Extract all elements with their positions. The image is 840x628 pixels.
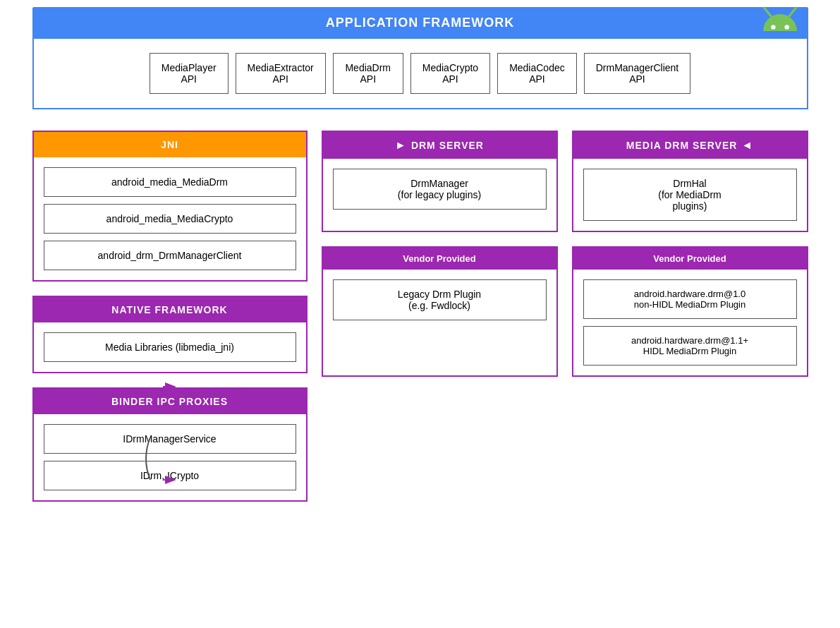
svg-point-3 xyxy=(784,25,789,29)
api-box-mediacrypto: MediaCryptoAPI xyxy=(410,53,490,94)
media-drm-server-label: MEDIA DRM SERVER xyxy=(626,140,738,151)
svg-line-1 xyxy=(789,8,796,17)
drm-server-item-1: DrmManager (for legacy plugins) xyxy=(333,169,547,210)
vendor-left-body: Legacy Drm Plugin (e.g. Fwdlock) xyxy=(323,270,556,330)
vendor-right-item-1: android.hardware.drm@1.0 non-HIDL MediaD… xyxy=(583,279,797,319)
binder-ipc-body: IDrmManagerService IDrm, ICrypto xyxy=(34,414,306,500)
binder-ipc-item-1: IDrmManagerService xyxy=(44,424,296,454)
vendor-left-item-1: Legacy Drm Plugin (e.g. Fwdlock) xyxy=(333,279,547,320)
jni-body: android_media_MediaDrm android_media_Med… xyxy=(34,157,306,280)
app-framework-body: MediaPlayerAPI MediaExtractorAPI MediaDr… xyxy=(32,39,808,109)
bottom-right-row: Vendor Provided Legacy Drm Plugin (e.g. … xyxy=(322,246,808,377)
jni-section: JNI android_media_MediaDrm android_media… xyxy=(32,131,308,282)
binder-ipc-item-2: IDrm, ICrypto xyxy=(44,461,296,490)
api-box-drmmanagerclient: DrmManagerClientAPI xyxy=(584,53,690,94)
top-right-row: ► DRM SERVER DrmManager (for legacy plug… xyxy=(322,131,808,232)
jni-item-3: android_drm_DrmManagerClient xyxy=(44,241,296,270)
api-box-mediadrm: MediaDrmAPI xyxy=(333,53,403,94)
vendor-left-section: Vendor Provided Legacy Drm Plugin (e.g. … xyxy=(322,246,558,377)
native-framework-section: NATIVE FRAMEWORK Media Libraries (libmed… xyxy=(32,296,308,373)
media-drm-server-section: MEDIA DRM SERVER ◄ DrmHal (for MediaDrm … xyxy=(572,131,808,232)
api-box-mediacodec: MediaCodecAPI xyxy=(497,53,577,94)
app-framework-header: APPLICATION FRAMEWORK xyxy=(32,7,808,39)
svg-point-2 xyxy=(771,25,775,29)
vendor-right-header: Vendor Provided xyxy=(573,248,807,270)
drm-server-label: DRM SERVER xyxy=(411,140,484,151)
drm-server-header: ► DRM SERVER xyxy=(323,132,556,159)
jni-item-2: android_media_MediaCrypto xyxy=(44,204,296,234)
app-framework-section: APPLICATION FRAMEWORK MediaPlayerAPI Med… xyxy=(32,7,808,109)
drm-server-body: DrmManager (for legacy plugins) xyxy=(323,159,556,219)
media-drm-server-body: DrmHal (for MediaDrm plugins) xyxy=(573,159,807,231)
main-content: JNI android_media_MediaDrm android_media… xyxy=(32,131,808,502)
drm-server-section: ► DRM SERVER DrmManager (for legacy plug… xyxy=(322,131,558,232)
api-box-mediaextractor: MediaExtractorAPI xyxy=(236,53,326,94)
right-sections: ► DRM SERVER DrmManager (for legacy plug… xyxy=(322,131,808,502)
native-framework-body: Media Libraries (libmedia_jni) xyxy=(34,322,306,372)
vendor-right-section: Vendor Provided android.hardware.drm@1.0… xyxy=(572,246,808,377)
native-framework-item-1: Media Libraries (libmedia_jni) xyxy=(44,332,296,362)
vendor-right-body: android.hardware.drm@1.0 non-HIDL MediaD… xyxy=(573,270,807,375)
binder-ipc-header: BINDER IPC PROXIES xyxy=(34,389,306,414)
jni-header: JNI xyxy=(34,132,306,157)
native-framework-header: NATIVE FRAMEWORK xyxy=(34,297,306,322)
android-logo xyxy=(752,0,808,59)
jni-item-1: android_media_MediaDrm xyxy=(44,167,296,197)
api-box-mediaplayer: MediaPlayerAPI xyxy=(150,53,229,94)
media-drm-server-item-1: DrmHal (for MediaDrm plugins) xyxy=(583,169,797,221)
svg-line-0 xyxy=(764,8,771,17)
left-sections: JNI android_media_MediaDrm android_media… xyxy=(32,131,308,502)
binder-ipc-section: BINDER IPC PROXIES IDrmManagerService ID… xyxy=(32,387,308,502)
media-drm-server-header: MEDIA DRM SERVER ◄ xyxy=(573,132,807,159)
vendor-right-item-2: android.hardware.drm@1.1+ HIDL MediaDrm … xyxy=(583,326,797,366)
vendor-left-header: Vendor Provided xyxy=(323,248,556,270)
